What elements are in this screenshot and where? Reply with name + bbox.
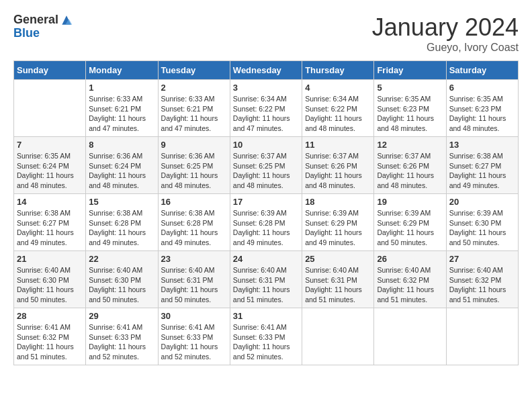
day-cell: 13Sunrise: 6:38 AMSunset: 6:27 PMDayligh… <box>446 137 518 194</box>
day-cell: 12Sunrise: 6:37 AMSunset: 6:26 PMDayligh… <box>374 137 446 194</box>
day-cell: 4Sunrise: 6:34 AMSunset: 6:22 PMDaylight… <box>302 80 374 137</box>
day-number: 24 <box>233 254 299 264</box>
day-info: Sunrise: 6:37 AMSunset: 6:26 PMDaylight:… <box>377 151 443 191</box>
day-info: Sunrise: 6:41 AMSunset: 6:33 PMDaylight:… <box>161 322 227 362</box>
day-info: Sunrise: 6:40 AMSunset: 6:30 PMDaylight:… <box>89 265 154 305</box>
day-number: 22 <box>89 254 154 264</box>
day-info: Sunrise: 6:35 AMSunset: 6:23 PMDaylight:… <box>449 94 515 134</box>
logo-blue: Blue <box>13 27 73 40</box>
day-cell <box>14 80 86 137</box>
day-info: Sunrise: 6:40 AMSunset: 6:31 PMDaylight:… <box>161 265 227 305</box>
day-info: Sunrise: 6:34 AMSunset: 6:22 PMDaylight:… <box>233 94 299 134</box>
day-cell: 22Sunrise: 6:40 AMSunset: 6:30 PMDayligh… <box>86 251 158 308</box>
day-info: Sunrise: 6:40 AMSunset: 6:31 PMDaylight:… <box>305 265 371 305</box>
day-cell: 5Sunrise: 6:35 AMSunset: 6:23 PMDaylight… <box>374 80 446 137</box>
day-number: 21 <box>17 254 83 264</box>
logo-icon <box>60 13 73 27</box>
day-cell: 17Sunrise: 6:39 AMSunset: 6:28 PMDayligh… <box>230 194 302 251</box>
location-subtitle: Gueyo, Ivory Coast <box>372 42 519 54</box>
day-number: 31 <box>233 311 299 321</box>
day-number: 20 <box>449 197 515 207</box>
month-year-title: January 2024 <box>372 13 519 42</box>
day-cell: 9Sunrise: 6:36 AMSunset: 6:25 PMDaylight… <box>158 137 230 194</box>
day-info: Sunrise: 6:35 AMSunset: 6:23 PMDaylight:… <box>377 94 443 134</box>
calendar-table: SundayMondayTuesdayWednesdayThursdayFrid… <box>13 60 519 365</box>
day-info: Sunrise: 6:40 AMSunset: 6:32 PMDaylight:… <box>377 265 443 305</box>
day-number: 13 <box>449 140 515 150</box>
day-number: 3 <box>233 83 299 93</box>
day-cell: 10Sunrise: 6:37 AMSunset: 6:25 PMDayligh… <box>230 137 302 194</box>
day-cell: 1Sunrise: 6:33 AMSunset: 6:21 PMDaylight… <box>86 80 158 137</box>
day-number: 23 <box>161 254 227 264</box>
day-cell: 24Sunrise: 6:40 AMSunset: 6:31 PMDayligh… <box>230 251 302 308</box>
day-info: Sunrise: 6:34 AMSunset: 6:22 PMDaylight:… <box>305 94 371 134</box>
day-cell: 2Sunrise: 6:33 AMSunset: 6:21 PMDaylight… <box>158 80 230 137</box>
day-number: 30 <box>161 311 227 321</box>
day-cell: 19Sunrise: 6:39 AMSunset: 6:29 PMDayligh… <box>374 194 446 251</box>
week-row-3: 14Sunrise: 6:38 AMSunset: 6:27 PMDayligh… <box>14 194 519 251</box>
week-row-2: 7Sunrise: 6:35 AMSunset: 6:24 PMDaylight… <box>14 137 519 194</box>
day-cell: 31Sunrise: 6:41 AMSunset: 6:33 PMDayligh… <box>230 308 302 365</box>
day-number: 12 <box>377 140 443 150</box>
day-cell: 29Sunrise: 6:41 AMSunset: 6:33 PMDayligh… <box>86 308 158 365</box>
day-number: 5 <box>377 83 443 93</box>
day-info: Sunrise: 6:38 AMSunset: 6:28 PMDaylight:… <box>89 208 154 248</box>
day-cell: 25Sunrise: 6:40 AMSunset: 6:31 PMDayligh… <box>302 251 374 308</box>
day-cell <box>446 308 518 365</box>
day-info: Sunrise: 6:38 AMSunset: 6:28 PMDaylight:… <box>161 208 227 248</box>
day-number: 2 <box>161 83 227 93</box>
logo-general: General <box>13 13 58 27</box>
week-row-4: 21Sunrise: 6:40 AMSunset: 6:30 PMDayligh… <box>14 251 519 308</box>
day-info: Sunrise: 6:41 AMSunset: 6:32 PMDaylight:… <box>17 322 83 362</box>
day-cell: 27Sunrise: 6:40 AMSunset: 6:32 PMDayligh… <box>446 251 518 308</box>
day-cell: 16Sunrise: 6:38 AMSunset: 6:28 PMDayligh… <box>158 194 230 251</box>
day-cell: 18Sunrise: 6:39 AMSunset: 6:29 PMDayligh… <box>302 194 374 251</box>
day-cell: 26Sunrise: 6:40 AMSunset: 6:32 PMDayligh… <box>374 251 446 308</box>
day-number: 9 <box>161 140 227 150</box>
day-number: 10 <box>233 140 299 150</box>
week-row-1: 1Sunrise: 6:33 AMSunset: 6:21 PMDaylight… <box>14 80 519 137</box>
day-cell: 7Sunrise: 6:35 AMSunset: 6:24 PMDaylight… <box>14 137 86 194</box>
column-header-friday: Friday <box>374 61 446 80</box>
day-number: 27 <box>449 254 515 264</box>
day-info: Sunrise: 6:36 AMSunset: 6:25 PMDaylight:… <box>161 151 227 191</box>
day-cell: 20Sunrise: 6:39 AMSunset: 6:30 PMDayligh… <box>446 194 518 251</box>
day-cell: 30Sunrise: 6:41 AMSunset: 6:33 PMDayligh… <box>158 308 230 365</box>
day-number: 29 <box>89 311 154 321</box>
day-number: 17 <box>233 197 299 207</box>
page-header: General Blue January 2024 Gueyo, Ivory C… <box>13 13 519 54</box>
day-number: 6 <box>449 83 515 93</box>
day-number: 16 <box>161 197 227 207</box>
day-number: 1 <box>89 83 154 93</box>
day-number: 14 <box>17 197 83 207</box>
day-info: Sunrise: 6:33 AMSunset: 6:21 PMDaylight:… <box>161 94 227 134</box>
day-cell: 14Sunrise: 6:38 AMSunset: 6:27 PMDayligh… <box>14 194 86 251</box>
day-cell: 3Sunrise: 6:34 AMSunset: 6:22 PMDaylight… <box>230 80 302 137</box>
column-header-sunday: Sunday <box>14 61 86 80</box>
title-block: January 2024 Gueyo, Ivory Coast <box>372 13 519 54</box>
logo: General Blue <box>13 13 73 40</box>
day-cell: 8Sunrise: 6:36 AMSunset: 6:24 PMDaylight… <box>86 137 158 194</box>
day-cell: 23Sunrise: 6:40 AMSunset: 6:31 PMDayligh… <box>158 251 230 308</box>
day-number: 15 <box>89 197 154 207</box>
header-row: SundayMondayTuesdayWednesdayThursdayFrid… <box>14 61 519 80</box>
column-header-monday: Monday <box>86 61 158 80</box>
column-header-saturday: Saturday <box>446 61 518 80</box>
day-info: Sunrise: 6:33 AMSunset: 6:21 PMDaylight:… <box>89 94 154 134</box>
day-info: Sunrise: 6:39 AMSunset: 6:28 PMDaylight:… <box>233 208 299 248</box>
day-number: 11 <box>305 140 371 150</box>
day-number: 8 <box>89 140 154 150</box>
day-info: Sunrise: 6:38 AMSunset: 6:27 PMDaylight:… <box>17 208 83 248</box>
day-number: 18 <box>305 197 371 207</box>
day-info: Sunrise: 6:40 AMSunset: 6:32 PMDaylight:… <box>449 265 515 305</box>
column-header-wednesday: Wednesday <box>230 61 302 80</box>
day-cell <box>302 308 374 365</box>
day-info: Sunrise: 6:35 AMSunset: 6:24 PMDaylight:… <box>17 151 83 191</box>
day-number: 26 <box>377 254 443 264</box>
day-number: 19 <box>377 197 443 207</box>
day-info: Sunrise: 6:39 AMSunset: 6:29 PMDaylight:… <box>377 208 443 248</box>
day-info: Sunrise: 6:37 AMSunset: 6:25 PMDaylight:… <box>233 151 299 191</box>
day-info: Sunrise: 6:41 AMSunset: 6:33 PMDaylight:… <box>233 322 299 362</box>
day-info: Sunrise: 6:37 AMSunset: 6:26 PMDaylight:… <box>305 151 371 191</box>
column-header-thursday: Thursday <box>302 61 374 80</box>
